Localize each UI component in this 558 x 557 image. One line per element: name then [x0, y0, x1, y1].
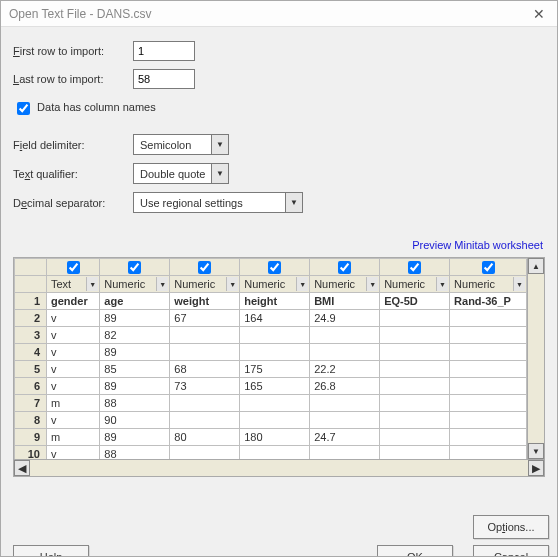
- data-cell[interactable]: 89: [100, 310, 170, 327]
- data-cell[interactable]: 24.7: [310, 429, 380, 446]
- data-cell[interactable]: [450, 412, 527, 429]
- data-cell[interactable]: [380, 412, 450, 429]
- dialog-content: First row to import: Last row to import:…: [1, 27, 557, 485]
- data-cell[interactable]: [450, 327, 527, 344]
- ok-button[interactable]: OK: [377, 545, 453, 557]
- preview-worksheet-link[interactable]: Preview Minitab worksheet: [13, 221, 545, 257]
- row-number: 9: [15, 429, 47, 446]
- column-type-select[interactable]: Numeric▼: [100, 276, 170, 293]
- data-cell[interactable]: v: [47, 344, 100, 361]
- data-cell[interactable]: [170, 344, 240, 361]
- data-cell[interactable]: [170, 327, 240, 344]
- column-type-select[interactable]: Text▼: [47, 276, 100, 293]
- chevron-down-icon: ▼: [211, 135, 228, 154]
- data-cell[interactable]: [380, 361, 450, 378]
- data-cell[interactable]: [240, 327, 310, 344]
- data-cell[interactable]: [380, 429, 450, 446]
- data-cell[interactable]: v: [47, 310, 100, 327]
- vertical-scrollbar[interactable]: ▲ ▼: [527, 258, 544, 459]
- data-cell[interactable]: [380, 344, 450, 361]
- data-cell[interactable]: m: [47, 395, 100, 412]
- data-cell[interactable]: [240, 344, 310, 361]
- data-cell[interactable]: [240, 395, 310, 412]
- data-cell[interactable]: 89: [100, 344, 170, 361]
- data-cell[interactable]: [380, 378, 450, 395]
- data-preview-grid: Text▼Numeric▼Numeric▼Numeric▼Numeric▼Num…: [13, 257, 545, 460]
- data-cell[interactable]: [450, 395, 527, 412]
- data-cell[interactable]: 89: [100, 429, 170, 446]
- data-cell[interactable]: [240, 412, 310, 429]
- data-cell[interactable]: [450, 310, 527, 327]
- column-type-select[interactable]: Numeric▼: [380, 276, 450, 293]
- data-cell[interactable]: 164: [240, 310, 310, 327]
- data-cell[interactable]: 88: [100, 446, 170, 460]
- column-include-checkbox[interactable]: [240, 259, 310, 276]
- last-row-input[interactable]: [133, 69, 195, 89]
- data-cell[interactable]: 22.2: [310, 361, 380, 378]
- data-cell[interactable]: 73: [170, 378, 240, 395]
- cancel-button[interactable]: Cancel: [473, 545, 549, 557]
- data-cell[interactable]: [450, 361, 527, 378]
- field-delimiter-select[interactable]: Semicolon ▼: [133, 134, 229, 155]
- data-cell[interactable]: [380, 395, 450, 412]
- data-cell[interactable]: [380, 327, 450, 344]
- data-cell[interactable]: [310, 344, 380, 361]
- data-cell[interactable]: 82: [100, 327, 170, 344]
- data-cell[interactable]: [380, 446, 450, 460]
- text-qualifier-select[interactable]: Double quote ▼: [133, 163, 229, 184]
- data-cell[interactable]: [450, 344, 527, 361]
- data-cell[interactable]: [450, 378, 527, 395]
- data-cell[interactable]: 80: [170, 429, 240, 446]
- column-include-checkbox[interactable]: [47, 259, 100, 276]
- column-include-checkbox[interactable]: [450, 259, 527, 276]
- column-type-select[interactable]: Numeric▼: [450, 276, 527, 293]
- scroll-right-icon[interactable]: ▶: [528, 460, 544, 476]
- scroll-up-icon[interactable]: ▲: [528, 258, 544, 274]
- column-type-select[interactable]: Numeric▼: [310, 276, 380, 293]
- scroll-left-icon[interactable]: ◀: [14, 460, 30, 476]
- data-cell[interactable]: m: [47, 429, 100, 446]
- data-cell[interactable]: v: [47, 412, 100, 429]
- data-cell[interactable]: [310, 395, 380, 412]
- data-cell[interactable]: [310, 446, 380, 460]
- column-names-checkbox[interactable]: [17, 102, 30, 115]
- data-cell[interactable]: [310, 412, 380, 429]
- data-cell[interactable]: v: [47, 446, 100, 460]
- column-include-checkbox[interactable]: [310, 259, 380, 276]
- column-names-checkbox-label[interactable]: Data has column names: [13, 101, 156, 113]
- first-row-input[interactable]: [133, 41, 195, 61]
- data-cell[interactable]: [170, 446, 240, 460]
- data-cell[interactable]: 89: [100, 378, 170, 395]
- column-include-checkbox[interactable]: [170, 259, 240, 276]
- data-cell[interactable]: 26.8: [310, 378, 380, 395]
- data-cell[interactable]: 180: [240, 429, 310, 446]
- data-cell[interactable]: 90: [100, 412, 170, 429]
- data-cell[interactable]: [380, 310, 450, 327]
- column-type-select[interactable]: Numeric▼: [170, 276, 240, 293]
- close-icon[interactable]: ✕: [529, 6, 549, 22]
- data-cell[interactable]: v: [47, 327, 100, 344]
- column-include-checkbox[interactable]: [100, 259, 170, 276]
- help-button[interactable]: Help: [13, 545, 89, 557]
- data-cell[interactable]: 88: [100, 395, 170, 412]
- data-cell[interactable]: v: [47, 378, 100, 395]
- decimal-separator-select[interactable]: Use regional settings ▼: [133, 192, 303, 213]
- data-cell[interactable]: 68: [170, 361, 240, 378]
- data-cell[interactable]: 24.9: [310, 310, 380, 327]
- options-button[interactable]: Options...: [473, 515, 549, 539]
- data-cell[interactable]: [170, 395, 240, 412]
- data-cell[interactable]: [310, 327, 380, 344]
- data-cell[interactable]: 85: [100, 361, 170, 378]
- data-cell[interactable]: [450, 429, 527, 446]
- column-include-checkbox[interactable]: [380, 259, 450, 276]
- data-cell[interactable]: 175: [240, 361, 310, 378]
- scroll-down-icon[interactable]: ▼: [528, 443, 544, 459]
- column-type-select[interactable]: Numeric▼: [240, 276, 310, 293]
- data-cell[interactable]: 165: [240, 378, 310, 395]
- horizontal-scrollbar[interactable]: ◀ ▶: [13, 460, 545, 477]
- data-cell[interactable]: v: [47, 361, 100, 378]
- data-cell[interactable]: [170, 412, 240, 429]
- data-cell[interactable]: 67: [170, 310, 240, 327]
- data-cell[interactable]: [240, 446, 310, 460]
- data-cell[interactable]: [450, 446, 527, 460]
